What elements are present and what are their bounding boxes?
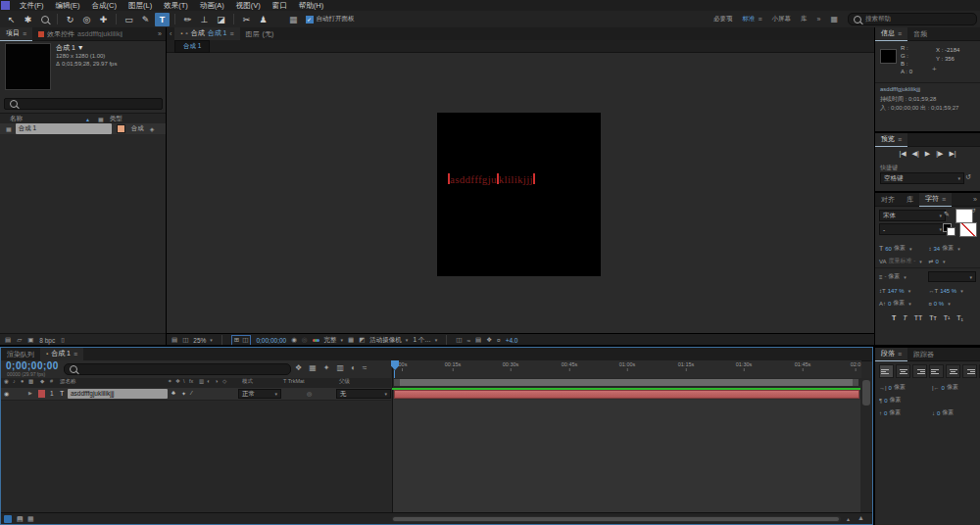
comp-marker-button[interactable]	[4, 515, 12, 523]
space-before-field[interactable]: ↑ 0 像素	[879, 408, 926, 417]
camera-view-dropdown[interactable]: 活动摄像机▾	[369, 336, 408, 345]
space-after-field[interactable]: ↓ 0 像素	[932, 408, 979, 417]
project-search-input[interactable]	[4, 98, 163, 110]
baseline-option-control[interactable]: ≡ - 像素 ▾	[879, 272, 926, 281]
column-name[interactable]: 名称	[10, 115, 23, 123]
rotation-tool-icon[interactable]: ↻	[63, 13, 77, 26]
pixel-aspect-icon[interactable]: ◫	[456, 336, 462, 344]
frame-blending-icon[interactable]: ▥	[336, 363, 344, 372]
snapshot-camera-icon[interactable]: ◉	[291, 336, 297, 344]
all-caps-button[interactable]: TT	[914, 314, 923, 321]
menu-edit[interactable]: 编辑(E)	[50, 1, 86, 11]
faux-bold-button[interactable]: T	[892, 314, 896, 321]
mask-shape-tool-icon[interactable]: ▭	[122, 13, 136, 26]
eyedropper-icon[interactable]: ✎	[944, 211, 950, 218]
lock-column-icon[interactable]: ▩	[28, 378, 33, 384]
graph-editor-icon[interactable]: ≈	[363, 363, 367, 372]
show-snapshot-icon[interactable]: ◎	[302, 336, 308, 344]
timeline-search-input[interactable]	[64, 363, 291, 375]
first-line-indent-field[interactable]: ¶ 0 像素	[879, 396, 926, 405]
viewer-timecode[interactable]: 0;00;00;00	[256, 337, 286, 344]
layer-name[interactable]: asddfffgjuklilikjjj	[68, 389, 168, 399]
mini-flowchart-icon[interactable]: ❖	[486, 336, 492, 344]
roto-brush-tool-icon[interactable]: ✂	[239, 13, 254, 26]
pan-behind-tool-icon[interactable]: ✚	[96, 13, 111, 26]
motion-blur-icon[interactable]: ◐	[351, 363, 356, 372]
monitor-icon[interactable]: ◫	[182, 336, 188, 344]
zoom-tool-icon[interactable]	[37, 13, 52, 26]
new-folder-icon[interactable]: ▱	[17, 336, 22, 344]
hide-shy-layers-icon[interactable]: ✦	[323, 363, 330, 372]
menu-effect[interactable]: 效果(T)	[158, 1, 194, 11]
menu-layer[interactable]: 图层(L)	[122, 1, 158, 11]
transparency-grid-icon[interactable]: ◩	[359, 336, 365, 344]
hscroll-thumb[interactable]	[393, 517, 839, 521]
project-row-name[interactable]: 合成 1	[16, 123, 112, 134]
layer-shy-icon[interactable]: ♣	[172, 390, 175, 396]
tab-overflow-icon[interactable]: »	[158, 30, 166, 37]
panel-menu-icon[interactable]: ≡	[898, 30, 902, 37]
layer-quality-icon[interactable]: ∕	[191, 390, 192, 396]
layer-mode-dropdown[interactable]: 正常 ▾	[238, 389, 281, 399]
help-search-input[interactable]: 搜索帮助	[848, 13, 977, 25]
expand-transfer-pane-icon[interactable]: ▤	[17, 515, 24, 523]
fast-preview-icon[interactable]: ≈	[466, 337, 470, 344]
tracking-control[interactable]: ⇄ 0 ▾	[929, 258, 977, 264]
layer-collapse-icon[interactable]: ✦	[181, 390, 186, 397]
tab-preview[interactable]: 预览 ≡	[875, 133, 907, 147]
font-size-control[interactable]: T 60 像素 ▾	[879, 244, 927, 253]
project-row-comp1[interactable]: ▦ 合成 1 合成 ◈	[0, 123, 166, 134]
exposure-reset-icon[interactable]: ¤	[497, 337, 501, 344]
font-style-dropdown[interactable]: -▾	[879, 223, 946, 235]
tab-layer[interactable]: 图层 (无)	[240, 27, 280, 40]
workspace-menu-icon[interactable]: ≡	[758, 16, 761, 23]
interpret-footage-icon[interactable]: ▤	[5, 336, 11, 344]
layer-row[interactable]: ◉ ▶ 1 T asddfffgjuklilikjjj ♣ ✦ ∕ 正常 ▾ ◎…	[1, 388, 391, 401]
sort-ascending-icon[interactable]: ▲	[85, 117, 90, 122]
next-frame-button[interactable]: |▶	[936, 150, 943, 158]
trkmat-none-icon[interactable]: ◎	[307, 390, 312, 397]
indent-left-field[interactable]: →| 0 像素	[879, 383, 926, 392]
align-center-button[interactable]	[896, 364, 910, 378]
mask-visibility-icon[interactable]: ◫	[242, 336, 248, 344]
first-frame-button[interactable]: |◀	[899, 150, 906, 158]
puppet-pin-tool-icon[interactable]: ♟	[256, 13, 270, 26]
tab-composition[interactable]: ▪ ▫ 合成 合成 1 ≡	[174, 27, 239, 41]
faux-italic-button[interactable]: T	[903, 314, 906, 321]
expand-inout-pane-icon[interactable]: ▦	[27, 515, 34, 523]
horizontal-scale-control[interactable]: ↔T 145 % ▾	[929, 288, 977, 294]
zoom-out-mountain-icon[interactable]: ▲	[846, 516, 851, 522]
hand-tool-icon[interactable]: ✱	[21, 13, 35, 26]
last-frame-button[interactable]: ▶|	[949, 150, 956, 158]
zoom-in-mountain-icon[interactable]: ▲	[858, 514, 864, 521]
canvas-text-layer[interactable]: asddfffgju klilikjjj	[448, 172, 535, 185]
baseline-shift-control[interactable]: A↑ 0 像素 ▾	[879, 299, 927, 308]
resolution-dropdown[interactable]: 完整▾	[324, 336, 344, 345]
column-type[interactable]: 类型	[110, 115, 122, 123]
reset-preview-icon[interactable]: ↺	[965, 173, 971, 181]
current-timecode[interactable]: 0;00;00;00	[6, 360, 59, 371]
tab-info[interactable]: 信息 ≡	[875, 27, 907, 41]
label-color-chip[interactable]	[117, 124, 125, 133]
selection-tool-icon[interactable]: ↖	[4, 13, 19, 26]
panel-menu-icon[interactable]: ≡	[229, 30, 233, 37]
proportional-spacing-control[interactable]: ¤ 0 % ▾	[929, 301, 977, 307]
vertical-scale-control[interactable]: ↕T 147 % ▾	[879, 288, 927, 294]
layer-expand-icon[interactable]: ▶	[28, 390, 32, 396]
workspace-overflow-icon[interactable]: »	[817, 16, 821, 23]
work-area-bar[interactable]	[394, 379, 858, 386]
anti-alias-dropdown[interactable]: ▾	[928, 271, 976, 282]
parent-column[interactable]: 父级	[339, 378, 350, 385]
grid-icon[interactable]: ⊞	[234, 336, 239, 344]
panel-menu-icon[interactable]: ≡	[898, 136, 902, 143]
shortcut-dropdown[interactable]: 空格键 ▾	[880, 172, 964, 184]
timeline-vscrollbar[interactable]	[860, 378, 872, 512]
tab-timeline-comp[interactable]: ▪ 合成 1 ≡	[40, 348, 83, 361]
tab-align[interactable]: 对齐	[875, 193, 901, 206]
text-tool-icon[interactable]: T	[155, 13, 170, 26]
panel-menu-icon[interactable]: ≡	[23, 30, 26, 37]
menu-help[interactable]: 帮助(H)	[293, 1, 329, 11]
composition-mini-flowchart-icon[interactable]: ❖	[295, 363, 302, 372]
align-right-button[interactable]	[912, 364, 927, 378]
view-layout-dropdown[interactable]: 1 个…▾	[413, 336, 437, 345]
